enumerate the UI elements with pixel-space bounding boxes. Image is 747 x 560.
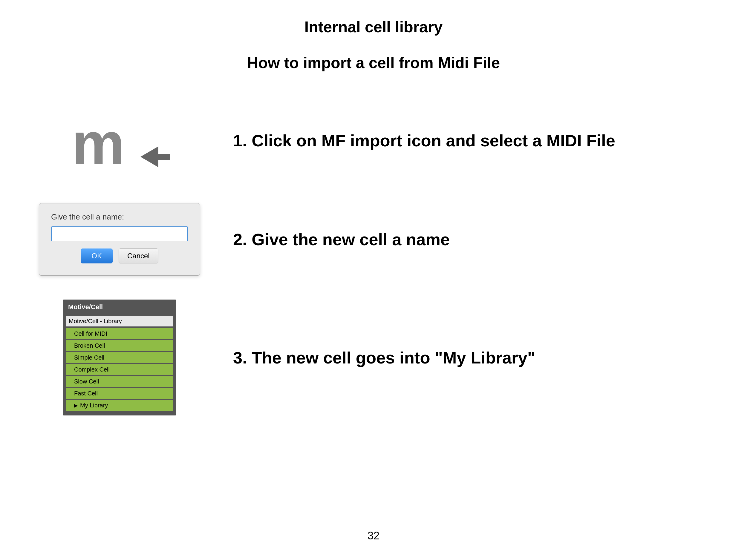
section-title: How to import a cell from Midi File (0, 54, 747, 72)
library-dropdown[interactable]: Motive/Cell - Library (66, 316, 173, 326)
step-2-text: 2. Give the new cell a name (233, 230, 717, 249)
page-number: 32 (367, 530, 380, 542)
dialog-buttons: OK Cancel (51, 248, 188, 263)
cancel-button[interactable]: Cancel (119, 248, 158, 263)
list-item[interactable]: Fast Cell (66, 388, 173, 399)
ok-button[interactable]: OK (81, 248, 113, 263)
list-item[interactable]: Complex Cell (66, 364, 173, 375)
svg-marker-1 (140, 146, 170, 167)
page-title: Internal cell library (0, 0, 747, 36)
list-item[interactable]: Cell for MIDI (66, 328, 173, 339)
step-3-text: 3. The new cell goes into "My Library" (233, 348, 717, 367)
list-item-my-library[interactable]: My Library (66, 400, 173, 411)
list-item-slow-cell[interactable]: Slow Cell (66, 376, 173, 387)
step-1-text: 1. Click on MF import icon and select a … (233, 131, 717, 150)
cell-name-input[interactable] (51, 226, 188, 241)
list-item[interactable]: Simple Cell (66, 352, 173, 363)
svg-text:m: m (72, 110, 125, 177)
dialog-label: Give the cell a name: (51, 212, 188, 222)
name-dialog: Give the cell a name: OK Cancel (39, 203, 200, 276)
library-header: Motive/Cell (63, 300, 176, 314)
list-item[interactable]: Broken Cell (66, 340, 173, 351)
mf-import-icon[interactable]: m (69, 102, 170, 179)
library-panel: Motive/Cell Motive/Cell - Library Cell f… (63, 299, 176, 416)
